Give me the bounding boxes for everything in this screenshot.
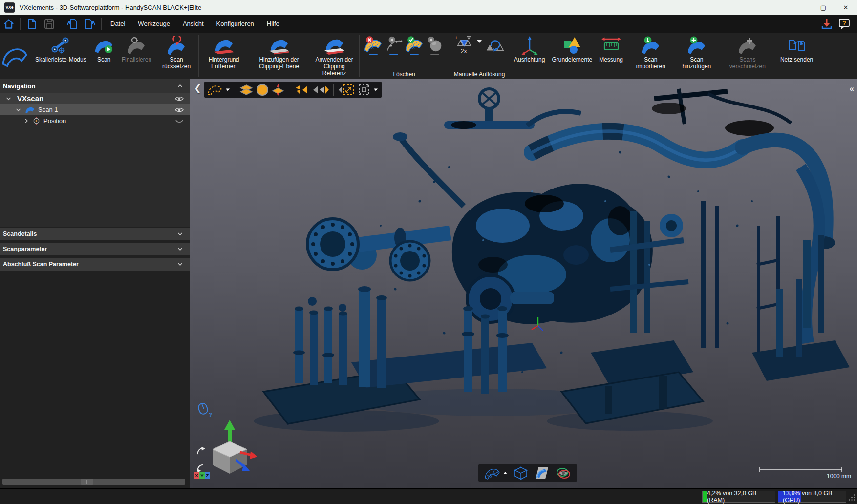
mesh-view-button[interactable]	[484, 467, 507, 480]
scan-3d-model[interactable]	[190, 79, 857, 488]
separator	[449, 35, 449, 77]
section-label: Scandetails	[3, 231, 37, 237]
primitives-button[interactable]: Grundelemente	[548, 33, 596, 79]
visibility-targets-button[interactable]	[556, 467, 571, 480]
scale-bar-mode-button[interactable]: Skalierleiste-Modus	[32, 33, 90, 79]
section-scan-parameters[interactable]: Scanparameter	[0, 243, 190, 255]
add-clipping-plane-label: Hinzufügen der Clipping-Ebene	[252, 56, 306, 70]
visibility-eye-icon[interactable]	[175, 96, 184, 102]
tree-item-label: Scan 1	[38, 106, 58, 113]
chevron-down-icon[interactable]	[177, 232, 183, 236]
delete-curve-button	[385, 35, 403, 55]
navigation-cube[interactable]: ?	[193, 401, 266, 475]
chevron-down-icon[interactable]	[177, 262, 183, 266]
help-chat-icon[interactable]: ?	[837, 17, 852, 31]
collapse-up-icon[interactable]	[177, 84, 183, 88]
resize-grip[interactable]	[848, 494, 856, 503]
add-clipping-plane-button[interactable]: Hinzufügen der Clipping-Ebene	[248, 33, 310, 79]
display-mode-caret[interactable]	[226, 88, 230, 91]
compress-diamond-icon[interactable]	[272, 84, 284, 96]
chevron-down-icon[interactable]	[177, 247, 183, 251]
tree-item-vxscan[interactable]: VXscan	[0, 93, 190, 104]
primitives-label: Grundelemente	[552, 56, 592, 63]
scans-merge-label: Scans verschmelzen	[723, 56, 772, 70]
3d-viewport[interactable]: ❮	[190, 79, 857, 488]
separator	[20, 18, 21, 30]
collapse-panel-left-icon[interactable]: ❮	[194, 83, 201, 94]
wireframe-cube-button[interactable]	[514, 466, 528, 481]
separator	[198, 35, 199, 77]
menu-hilfe[interactable]: Hilfe	[260, 15, 286, 33]
chevron-down-icon[interactable]	[6, 97, 11, 101]
viewport-tools-caret[interactable]	[374, 88, 378, 91]
measurement-label: Messung	[599, 56, 623, 63]
horizontal-scrollbar[interactable]	[2, 479, 185, 485]
surface-display-mode-icon[interactable]	[208, 84, 222, 96]
separator	[627, 35, 627, 77]
tree-item-scan1[interactable]: Scan 1	[0, 104, 190, 115]
collapse-panel-right-icon[interactable]: «	[850, 84, 854, 94]
measurement-button[interactable]: Messung	[596, 33, 626, 79]
scan-add-button[interactable]: Scan hinzufügen	[674, 33, 720, 79]
minimize-button[interactable]: —	[790, 0, 812, 15]
import-session-icon[interactable]	[65, 17, 80, 31]
menu-ansicht[interactable]: Ansicht	[176, 15, 210, 33]
menu-werkzeuge[interactable]: Werkzeuge	[131, 15, 176, 33]
rotate-cw-icon	[198, 447, 205, 454]
resolution-button[interactable]: + 2x	[453, 35, 474, 55]
close-button[interactable]: ✕	[835, 0, 857, 15]
clipping-plane-view-button[interactable]	[535, 466, 549, 480]
alignment-button[interactable]: Ausrichtung	[511, 33, 548, 79]
scan-reset-label: Scan rücksetzen	[158, 56, 194, 70]
vxscan-module-icon[interactable]	[0, 33, 30, 79]
scan-import-button[interactable]: Scan importieren	[628, 33, 674, 79]
chevron-right-icon[interactable]	[24, 118, 28, 124]
delete-sphere-button	[426, 35, 444, 55]
app-logo-icon: VXe	[4, 2, 15, 13]
separator	[359, 35, 360, 77]
export-session-icon[interactable]	[83, 17, 97, 31]
inactive-indicator	[430, 54, 439, 55]
layers-diamond-icon[interactable]	[239, 84, 253, 96]
next-selection-icon[interactable]	[312, 84, 329, 96]
separator	[31, 35, 31, 77]
apply-clipping-reference-icon	[323, 35, 345, 56]
maximize-button[interactable]: ▢	[812, 0, 835, 15]
axis-z-label: Z	[205, 472, 210, 479]
scan-reset-button[interactable]: Scan rücksetzen	[155, 33, 198, 79]
download-icon[interactable]	[819, 17, 834, 31]
filled-circle-icon[interactable]	[256, 84, 269, 96]
scan-add-icon	[686, 35, 707, 56]
visibility-closed-eye-icon[interactable]	[175, 118, 184, 124]
viewport-toolbar	[204, 82, 382, 98]
tree-item-position[interactable]: Position	[0, 115, 190, 126]
navigation-panel-header[interactable]: Navigation	[0, 79, 190, 93]
visibility-eye-icon[interactable]	[175, 107, 184, 113]
axis-legend: X Y Z	[194, 472, 210, 479]
section-final-scan-parameters[interactable]: Abschluß Scan Parameter	[0, 258, 190, 271]
home-icon[interactable]	[1, 17, 16, 31]
scrollbar-handle[interactable]	[81, 479, 93, 485]
zoom-extents-icon[interactable]	[358, 84, 370, 96]
delete-selection-button[interactable]	[364, 35, 383, 55]
apply-clipping-reference-label: Anwenden der Clipping Referenz	[313, 56, 355, 77]
scan-button[interactable]: Scan	[90, 33, 118, 79]
section-scan-details[interactable]: Scandetails	[0, 228, 190, 240]
recompute-resolution-button[interactable]	[485, 35, 505, 55]
new-document-icon[interactable]	[24, 17, 39, 31]
send-mesh-button[interactable]: Netz senden	[777, 33, 816, 79]
previous-selection-icon[interactable]	[294, 84, 309, 96]
keep-selection-button[interactable]	[405, 35, 424, 55]
tree-item-label: Position	[43, 117, 66, 125]
resolution-dropdown-caret[interactable]	[477, 40, 482, 43]
background-remove-button[interactable]: Hintergrund Entfernen	[199, 33, 248, 79]
mesh-view-caret[interactable]	[503, 472, 507, 474]
menu-konfigurieren[interactable]: Konfigurieren	[210, 15, 260, 33]
finalize-button: Finalisieren	[118, 33, 155, 79]
apply-clipping-reference-button[interactable]: Anwenden der Clipping Referenz	[310, 33, 359, 79]
zoom-to-selection-icon[interactable]	[338, 84, 355, 96]
chevron-down-icon[interactable]	[16, 108, 21, 112]
resolution-value: 2x	[461, 48, 467, 55]
menu-datei[interactable]: Datei	[104, 15, 131, 33]
position-target-icon	[32, 117, 41, 125]
